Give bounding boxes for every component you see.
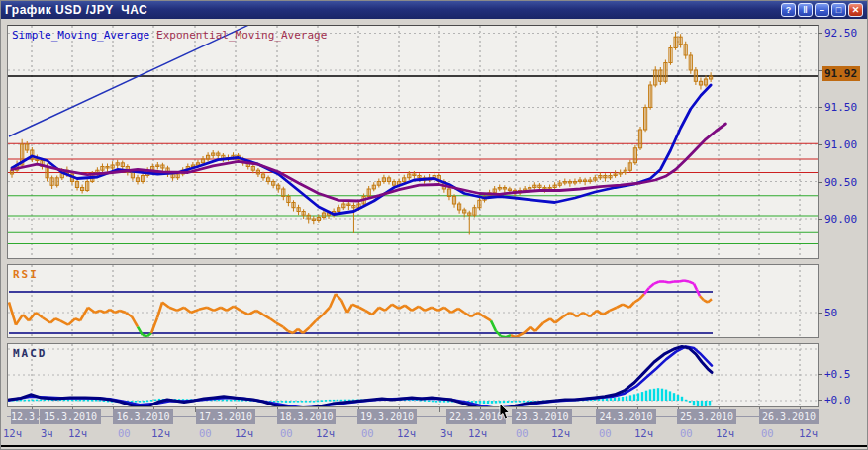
time-label: 00: [199, 427, 212, 440]
time-label: 12ч: [68, 427, 87, 440]
current-price-badge: 91.92: [822, 66, 860, 81]
main-chart-canvas: [8, 26, 818, 258]
time-label: 00: [680, 427, 693, 440]
axis-tick: [818, 144, 822, 145]
close-button[interactable]: ✕: [848, 3, 863, 17]
pause-button[interactable]: ‖: [798, 3, 813, 17]
time-label: 3ч: [41, 427, 53, 440]
bottom-border: [1, 445, 868, 447]
help-button[interactable]: ?: [781, 3, 796, 17]
time-label: 12ч: [799, 427, 818, 440]
price-label: 92.50: [824, 27, 857, 40]
time-label: 12ч: [468, 427, 487, 440]
macd-label: MACD: [13, 347, 48, 360]
time-label: 12ч: [316, 427, 335, 440]
rsi-value-label: 50: [824, 307, 837, 319]
date-chip: 15.3.2010: [40, 409, 101, 424]
macd-value-label: +0.0: [824, 394, 851, 406]
sma-line: [12, 85, 711, 215]
price-label: 90.50: [824, 176, 857, 189]
date-chip: 23.3.2010: [512, 409, 572, 424]
time-label: 00: [361, 427, 374, 440]
minimize-button[interactable]: –: [815, 3, 829, 17]
axis-tick: [818, 219, 822, 220]
chart-legend: Simple_Moving_Average Exponential_Moving…: [12, 29, 327, 42]
rsi-panel[interactable]: RSI: [7, 264, 819, 338]
time-label: 12ч: [151, 427, 170, 440]
maximize-button[interactable]: □: [831, 3, 846, 17]
price-label: 90.00: [824, 213, 857, 225]
time-label: 00: [280, 427, 293, 440]
rsi-label: RSI: [13, 268, 39, 281]
legend-ema: Exponential_Moving_Average: [156, 29, 327, 42]
time-label: 12ч: [3, 427, 22, 440]
time-label: 00: [599, 427, 612, 440]
macd-canvas: [8, 344, 818, 406]
axis-tick: [818, 33, 822, 34]
chart-window: График USD /JPY ЧАС ?‖–□✕ Simple_Moving_…: [0, 0, 868, 450]
date-chip: 18.3.2010: [277, 409, 336, 424]
macd-value-label: +0.5: [824, 368, 851, 381]
mouse-cursor-icon: [499, 404, 513, 421]
time-label: 12ч: [397, 427, 416, 440]
rsi-canvas: [8, 265, 818, 337]
time-label: 00: [761, 427, 774, 440]
time-label: 12ч: [716, 427, 734, 440]
time-label: 12ч: [551, 427, 570, 440]
date-chip: 24.3.2010: [596, 409, 656, 424]
axis-tick-mark: [439, 407, 440, 412]
titlebar[interactable]: График USD /JPY ЧАС ?‖–□✕: [1, 1, 868, 19]
date-chip: 17.3.2010: [196, 409, 255, 424]
trendline: [9, 26, 255, 136]
time-label: 00: [118, 427, 131, 440]
rsi-line: [9, 280, 712, 337]
date-chip: 12.3.: [11, 409, 39, 424]
time-label: 00: [516, 427, 529, 440]
axis-tick: [818, 400, 822, 401]
macd-panel[interactable]: MACD: [7, 343, 819, 407]
date-chip: 16.3.2010: [113, 409, 173, 424]
axis-tick: [818, 313, 822, 314]
date-chip: 25.3.2010: [677, 409, 736, 424]
window-buttons: ?‖–□✕: [781, 3, 865, 17]
price-label: 91.50: [824, 101, 857, 114]
candles-layer: [10, 32, 712, 235]
time-label: 12ч: [634, 427, 653, 440]
main-chart-panel[interactable]: Simple_Moving_Average Exponential_Moving…: [7, 25, 819, 259]
date-chip: 22.3.2010: [446, 409, 506, 424]
date-chip: 19.3.2010: [357, 409, 417, 424]
time-label: 3ч: [440, 427, 453, 440]
axis-tick: [818, 182, 822, 183]
macd-line: [9, 346, 712, 406]
axis-tick: [818, 374, 822, 375]
date-chip: 26.3.2010: [759, 409, 819, 424]
legend-sma: Simple_Moving_Average: [12, 29, 149, 42]
window-title: График USD /JPY ЧАС: [5, 3, 147, 17]
price-label: 91.00: [824, 138, 857, 151]
time-label: 12ч: [235, 427, 253, 440]
axis-tick: [818, 107, 822, 108]
